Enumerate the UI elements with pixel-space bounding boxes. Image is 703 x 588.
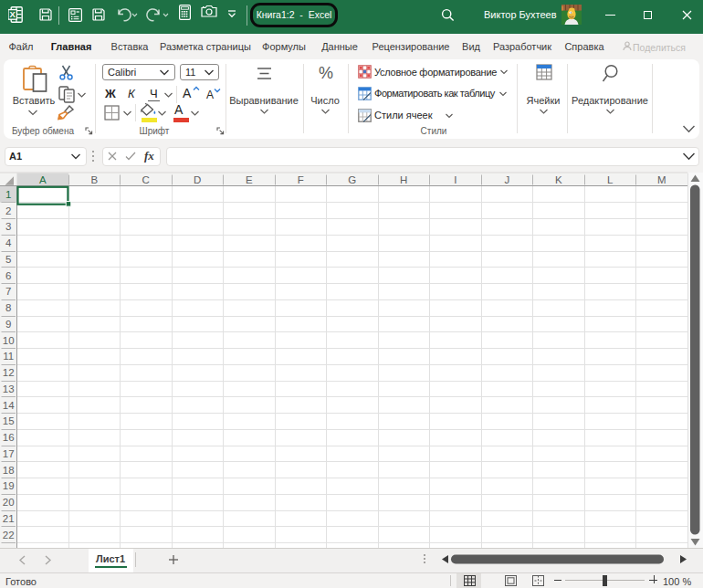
svg-text:L: L bbox=[607, 174, 614, 185]
svg-text:19: 19 bbox=[3, 480, 15, 491]
svg-text:20: 20 bbox=[3, 497, 15, 508]
svg-text:B: B bbox=[90, 174, 98, 185]
svg-text:13: 13 bbox=[3, 383, 15, 394]
svg-text:H: H bbox=[400, 174, 407, 185]
svg-text:10: 10 bbox=[3, 335, 15, 346]
svg-text:2: 2 bbox=[5, 205, 11, 216]
svg-text:18: 18 bbox=[3, 465, 15, 476]
svg-text:F: F bbox=[298, 174, 304, 185]
svg-text:3: 3 bbox=[5, 221, 11, 232]
svg-text:I: I bbox=[454, 174, 456, 185]
svg-text:15: 15 bbox=[3, 415, 15, 426]
svg-text:14: 14 bbox=[3, 400, 15, 411]
svg-text:5: 5 bbox=[5, 254, 11, 265]
svg-text:17: 17 bbox=[3, 448, 15, 459]
svg-text:1: 1 bbox=[5, 189, 11, 200]
svg-text:16: 16 bbox=[3, 432, 15, 443]
svg-text:7: 7 bbox=[5, 286, 11, 297]
svg-text:G: G bbox=[348, 174, 356, 185]
svg-text:8: 8 bbox=[5, 302, 11, 313]
svg-text:D: D bbox=[194, 174, 201, 185]
svg-text:22: 22 bbox=[3, 530, 15, 541]
svg-text:11: 11 bbox=[3, 351, 14, 362]
svg-text:6: 6 bbox=[5, 270, 11, 281]
svg-text:12: 12 bbox=[3, 367, 15, 378]
svg-text:9: 9 bbox=[5, 319, 11, 330]
svg-text:C: C bbox=[142, 174, 150, 185]
svg-text:K: K bbox=[555, 174, 562, 185]
svg-text:21: 21 bbox=[3, 513, 15, 524]
svg-text:4: 4 bbox=[5, 237, 12, 248]
svg-text:A: A bbox=[39, 174, 47, 185]
svg-text:M: M bbox=[657, 174, 666, 185]
svg-text:J: J bbox=[504, 174, 509, 185]
svg-text:E: E bbox=[246, 174, 253, 185]
